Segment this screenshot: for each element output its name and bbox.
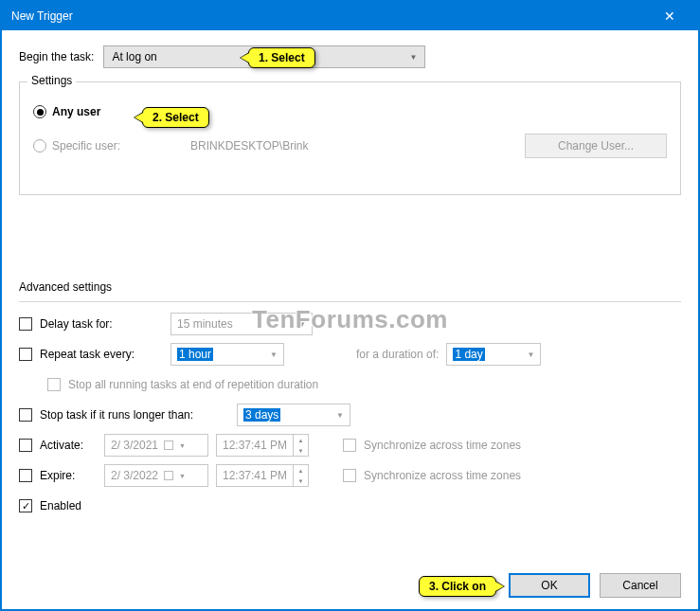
ok-button[interactable]: OK [509,573,590,598]
chevron-down-icon: ▼ [527,350,534,359]
dialog-client: Begin the task: At log on ▼ Settings Any… [2,30,698,609]
specific-user-value: BRINKDESKTOP\Brink [190,139,519,153]
duration-combo[interactable]: 1 day ▼ [446,343,541,366]
begin-task-label: Begin the task: [19,50,94,63]
stop-all-label: Stop all running tasks at end of repetit… [68,378,318,391]
delay-checkbox[interactable] [19,317,32,331]
sync-activate-label: Synchronize across time zones [364,439,521,452]
calendar-icon [164,471,173,480]
expire-time[interactable]: 12:37:41 PM ▲▼ [216,464,309,487]
specific-user-label: Specific user: [52,139,185,153]
divider [19,301,681,302]
chevron-down-icon: ▼ [409,53,417,62]
activate-label: Activate: [40,439,97,452]
stop-longer-checkbox[interactable] [19,408,32,422]
enabled-checkbox[interactable] [19,499,32,512]
change-user-button[interactable]: Change User... [525,134,667,158]
expire-date[interactable]: 2/ 3/2022 ▼ [104,464,208,487]
begin-task-value: At log on [112,50,156,63]
chevron-down-icon: ▼ [298,320,306,329]
callout-3: 3. Click on [419,576,496,597]
specific-user-radio[interactable] [33,139,46,153]
stop-longer-combo[interactable]: 3 days ▼ [237,404,350,426]
activate-date[interactable]: 2/ 3/2021 ▼ [104,434,208,457]
repeat-label: Repeat task every: [40,348,163,361]
delay-label: Delay task for: [40,317,163,331]
sync-expire-checkbox[interactable] [343,469,356,482]
expire-label: Expire: [40,469,97,482]
calendar-icon [164,440,173,450]
expire-checkbox[interactable] [19,469,32,482]
activate-time[interactable]: 12:37:41 PM ▲▼ [216,434,309,457]
advanced-legend: Advanced settings [19,280,681,294]
repeat-checkbox[interactable] [19,348,32,361]
window-title: New Trigger [11,9,73,23]
stop-longer-label: Stop task if it runs longer than: [40,408,229,422]
close-icon[interactable]: ✕ [651,9,689,24]
callout-1: 1. Select [248,47,315,68]
chevron-down-icon: ▼ [336,411,344,420]
enabled-label: Enabled [40,499,81,512]
any-user-radio[interactable] [33,105,46,118]
callout-2: 2. Select [142,107,209,128]
titlebar: New Trigger ✕ [2,2,698,30]
duration-label: for a duration of: [356,348,439,361]
settings-legend: Settings [27,74,76,87]
delay-combo[interactable]: 15 minutes ▼ [171,313,313,335]
stop-all-checkbox[interactable] [47,378,61,391]
settings-group: Settings Any user Specific user: BRINKDE… [19,81,681,195]
activate-checkbox[interactable] [19,439,32,452]
chevron-down-icon: ▼ [270,350,278,359]
repeat-combo[interactable]: 1 hour ▼ [171,343,284,366]
sync-expire-label: Synchronize across time zones [364,469,521,482]
sync-activate-checkbox[interactable] [343,439,356,452]
cancel-button[interactable]: Cancel [600,573,681,598]
any-user-label: Any user [52,105,100,118]
